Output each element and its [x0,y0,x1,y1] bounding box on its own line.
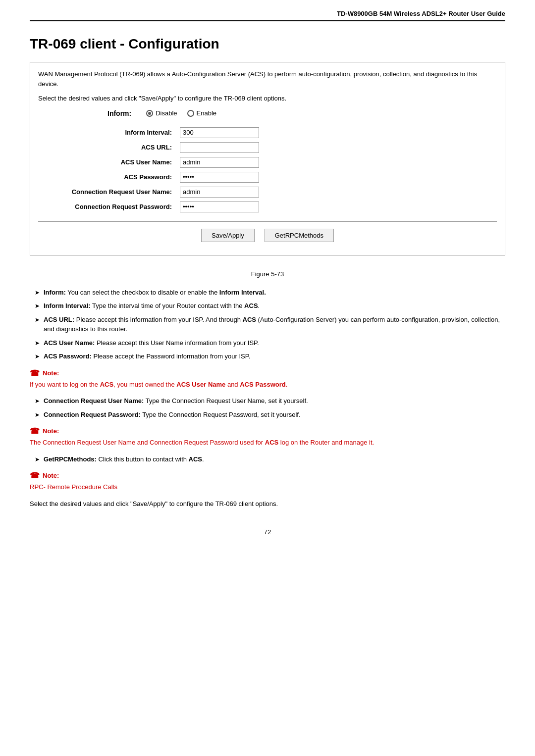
enable-option[interactable]: Enable [187,109,216,117]
bullet-list-2: ➤ Connection Request User Name: Type the… [30,396,505,419]
field-input-inform-interval[interactable] [177,125,507,140]
bullet-text: GetRPCMethods: Click this button to cont… [44,454,204,464]
table-row: Connection Request User Name: [48,185,507,200]
disable-option[interactable]: Disable [146,109,177,117]
enable-label: Enable [197,109,216,117]
bullet-text: Connection Request User Name: Type the C… [44,396,308,406]
list-item: ➤ ACS Password: Please accept the Passwo… [35,352,505,361]
note-icon-2: ☎ [30,426,40,436]
button-row: Save/Apply GetRPCMethods [38,229,497,242]
note-section-3: ☎ Note: RPC- Remote Procedure Calls [30,471,505,492]
bullet-text: Connection Request Password: Type the Co… [44,410,301,420]
arrow-icon: ➤ [35,339,40,348]
bullet-text: Inform Interval: Type the interval time … [44,301,260,311]
list-item: ➤ Connection Request Password: Type the … [35,410,505,420]
note-icon-1: ☎ [30,368,40,378]
form-table: Inform Interval: ACS URL: ACS User Name:… [48,125,507,214]
radio-group: Disable Enable [146,109,216,117]
table-row: Inform Interval: [48,125,507,140]
note-text-1: If you want to log on the ACS, you must … [30,380,505,390]
acs-username-input[interactable] [180,157,259,168]
arrow-icon: ➤ [35,455,40,464]
config-box: WAN Management Protocol (TR-069) allows … [30,62,505,255]
note-label-3: Note: [43,472,59,479]
bullet-text: Inform: You can select the checkbox to d… [44,288,266,298]
arrow-icon: ➤ [35,288,40,297]
table-row: ACS User Name: [48,155,507,170]
page-title: TR-069 client - Configuration [30,36,505,52]
field-label-acs-password: ACS Password: [48,170,177,185]
get-rpc-button[interactable]: GetRPCMethods [265,229,334,242]
note-header-3: ☎ Note: [30,471,505,480]
note-header-2: ☎ Note: [30,426,505,436]
intro-text-2: Select the desired values and click "Sav… [38,94,497,103]
field-label-conn-username: Connection Request User Name: [48,185,177,200]
page-number: 72 [30,528,505,536]
note-section-2: ☎ Note: The Connection Request User Name… [30,426,505,448]
figure-caption: Figure 5-73 [30,270,505,278]
bullet-text: ACS URL: Please accept this information … [44,315,505,334]
field-input-acs-username[interactable] [177,155,507,170]
arrow-icon: ➤ [35,302,40,310]
note-section-1: ☎ Note: If you want to log on the ACS, y… [30,368,505,390]
field-input-conn-username[interactable] [177,185,507,200]
conn-username-input[interactable] [180,187,259,198]
disable-label: Disable [156,109,177,117]
arrow-icon: ➤ [35,410,40,419]
field-label-conn-password: Connection Request Password: [48,200,177,214]
note-label-2: Note: [43,427,59,435]
table-row: ACS Password: [48,170,507,185]
field-label-acs-username: ACS User Name: [48,155,177,170]
table-row: Connection Request Password: [48,200,507,214]
page-header: TD-W8900GB 54M Wireless ADSL2+ Router Us… [30,10,505,21]
list-item: ➤ ACS URL: Please accept this informatio… [35,315,505,334]
table-row: ACS URL: [48,140,507,155]
inform-row: Inform: Disable Enable [107,109,497,117]
note-icon-3: ☎ [30,471,40,480]
final-text: Select the desired values and click "Sav… [30,499,505,509]
field-label-inform-interval: Inform Interval: [48,125,177,140]
list-item: ➤ Connection Request User Name: Type the… [35,396,505,406]
field-label-acs-url: ACS URL: [48,140,177,155]
list-item: ➤ Inform Interval: Type the interval tim… [35,301,505,311]
arrow-icon: ➤ [35,315,40,324]
note-text-3: RPC- Remote Procedure Calls [30,482,505,492]
inform-label: Inform: [107,109,131,117]
note-header-1: ☎ Note: [30,368,505,378]
field-input-acs-url[interactable] [177,140,507,155]
arrow-icon: ➤ [35,352,40,361]
field-input-conn-password[interactable] [177,200,507,214]
bullet-text: ACS User Name: Please accept this User N… [44,338,259,348]
list-item: ➤ Inform: You can select the checkbox to… [35,288,505,298]
list-item: ➤ ACS User Name: Please accept this User… [35,338,505,348]
inform-interval-input[interactable] [180,127,259,138]
bullet-text: ACS Password: Please accept the Password… [44,352,250,361]
header-title: TD-W8900GB 54M Wireless ADSL2+ Router Us… [337,10,505,17]
acs-password-input[interactable] [180,172,259,183]
acs-url-input[interactable] [180,142,259,153]
bullet-list-1: ➤ Inform: You can select the checkbox to… [30,288,505,361]
disable-radio[interactable] [146,110,153,117]
intro-text-1: WAN Management Protocol (TR-069) allows … [38,69,497,89]
bullet-list-3: ➤ GetRPCMethods: Click this button to co… [30,454,505,464]
note-text-2: The Connection Request User Name and Con… [30,438,505,448]
field-input-acs-password[interactable] [177,170,507,185]
arrow-icon: ➤ [35,397,40,405]
enable-radio[interactable] [187,110,194,117]
save-apply-button[interactable]: Save/Apply [201,229,255,242]
conn-password-input[interactable] [180,202,259,212]
note-label-1: Note: [43,369,59,377]
list-item: ➤ GetRPCMethods: Click this button to co… [35,454,505,464]
divider [38,221,497,222]
